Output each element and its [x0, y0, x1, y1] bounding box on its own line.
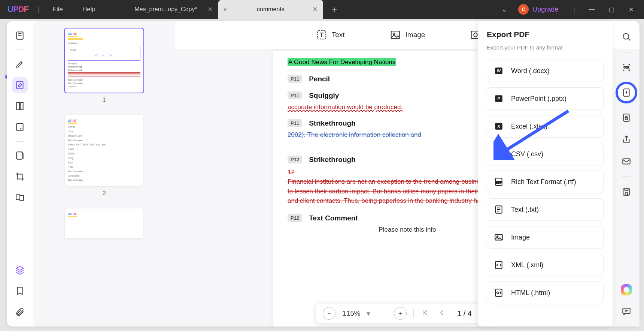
rtf-icon: RTF: [494, 177, 504, 187]
export-powerpoint[interactable]: PPowerPoint (.pptx): [487, 87, 604, 110]
thumbnail-1[interactable]: UPDF Highlight Pencil ︶ ︵ ︶ Squiggly Str…: [65, 28, 143, 93]
export-text[interactable]: Text (.txt): [487, 198, 604, 221]
export-subtitle: Export your PDF to any format: [487, 44, 604, 51]
minimize-button[interactable]: —: [585, 6, 598, 13]
svg-text:W: W: [497, 69, 501, 73]
signature-button[interactable]: [12, 148, 28, 163]
close-button[interactable]: ✕: [625, 6, 637, 13]
html-icon: [494, 288, 504, 298]
app-logo: UPDF: [3, 4, 33, 14]
separator: |: [34, 6, 42, 13]
svg-rect-3: [20, 102, 23, 110]
search-button[interactable]: [619, 29, 634, 44]
save-button[interactable]: [619, 184, 634, 199]
crop-button[interactable]: [12, 169, 28, 184]
share-button[interactable]: [619, 132, 634, 147]
comment-title: Strikethrough: [309, 156, 356, 164]
layers-button[interactable]: [12, 262, 28, 278]
compare-button[interactable]: [12, 190, 28, 205]
page-chip: P11: [288, 119, 302, 127]
export-image[interactable]: Image: [487, 226, 604, 249]
thumbnail-number: 1: [40, 96, 168, 104]
left-rail: [7, 21, 33, 327]
export-word[interactable]: WWord (.docx): [487, 60, 604, 82]
export-excel[interactable]: XExcel (.xlsx): [487, 115, 604, 138]
csv-icon: [494, 149, 504, 159]
zoom-out-button[interactable]: －: [323, 307, 335, 320]
ai-button[interactable]: [619, 282, 634, 297]
comment-title: Pencil: [309, 75, 330, 83]
edit-mode-button[interactable]: [12, 77, 28, 93]
reader-mode-button[interactable]: [12, 28, 28, 43]
page-tools-button[interactable]: [12, 98, 28, 114]
zoom-in-button[interactable]: ＋: [394, 307, 407, 320]
menu-file[interactable]: File: [44, 6, 72, 13]
tab-document-1[interactable]: Mes_prem...opy_Copy* ✕: [113, 0, 218, 19]
highlight-text[interactable]: A Good News For Developing Nations: [288, 58, 396, 66]
chevron-down-icon[interactable]: ⌄: [498, 5, 510, 13]
tab-label: Mes_prem...opy_Copy*: [134, 6, 197, 13]
bookmark-button[interactable]: [12, 283, 28, 299]
new-tab-button[interactable]: ＋: [323, 3, 346, 15]
thumbnail-number: 2: [40, 190, 168, 197]
email-button[interactable]: [619, 154, 634, 169]
right-rail: OCR: [613, 21, 640, 327]
upgrade-label: Upgrade: [532, 6, 558, 13]
menu-help[interactable]: Help: [73, 6, 104, 13]
page-control-bar: － 115%▾ ＋ 1 / 4: [316, 304, 499, 323]
thumbnail-3[interactable]: UPDF: [65, 208, 143, 238]
highlighter-button[interactable]: [12, 56, 28, 72]
svg-rect-32: [625, 118, 628, 120]
svg-rect-9: [391, 31, 400, 39]
svg-rect-5: [16, 152, 22, 159]
export-xml[interactable]: XML (.xml): [487, 254, 604, 276]
form-tools-button[interactable]: [12, 119, 28, 135]
chevron-down-icon[interactable]: ▾: [367, 309, 370, 318]
xml-icon: [494, 260, 504, 270]
upgrade-button[interactable]: C Upgrade: [517, 3, 564, 16]
comments-pane-button[interactable]: [619, 304, 634, 319]
svg-text:X: X: [497, 124, 500, 129]
maximize-button[interactable]: ▢: [605, 6, 618, 13]
separator: [413, 309, 414, 318]
comment-title: Strikethrough: [309, 119, 356, 127]
tab-document-2[interactable]: ▾ comments ✕: [218, 0, 323, 19]
svg-rect-4: [16, 123, 23, 131]
excel-icon: X: [494, 121, 504, 131]
export-csv[interactable]: CSV (.csv): [487, 143, 604, 165]
image-icon: [494, 232, 504, 242]
export-html[interactable]: HTML (.html): [487, 282, 604, 304]
tab-label: comments: [257, 6, 285, 13]
avatar: C: [518, 4, 529, 15]
prev-page-button[interactable]: [437, 309, 447, 318]
titlebar: UPDF | File Help Mes_prem...opy_Copy* ✕ …: [0, 0, 644, 19]
comment-title: Squiggly: [309, 91, 339, 100]
thumbnail-panel: UPDF Highlight Pencil ︶ ︵ ︶ Squiggly Str…: [33, 21, 175, 327]
image-icon: [390, 29, 401, 40]
word-icon: W: [494, 66, 504, 76]
ocr-button[interactable]: OCR: [619, 60, 634, 75]
logo-mini: UPDF: [68, 32, 77, 37]
text-icon: [316, 29, 327, 40]
zoom-value[interactable]: 115%: [342, 309, 361, 318]
chevron-down-icon[interactable]: ▾: [224, 6, 227, 13]
protect-button[interactable]: [619, 110, 634, 125]
thumbnail-2[interactable]: UPDF Check Visa Master Card Text Comment…: [65, 115, 143, 186]
first-page-button[interactable]: [420, 309, 430, 318]
svg-rect-1: [16, 81, 23, 89]
close-icon[interactable]: ✕: [207, 5, 213, 13]
separator: [622, 52, 631, 52]
comment-title: Text Comment: [309, 214, 358, 222]
page-indicator[interactable]: 1 / 4: [453, 309, 476, 318]
logo-mini: UPDF: [68, 212, 77, 217]
svg-rect-0: [16, 32, 23, 39]
export-title: Export PDF: [487, 30, 604, 39]
attachment-button[interactable]: [12, 304, 28, 320]
ai-icon: [621, 284, 632, 295]
close-icon[interactable]: ✕: [312, 5, 318, 13]
image-tool[interactable]: Image: [390, 29, 425, 40]
export-button[interactable]: [616, 82, 637, 103]
export-rtf[interactable]: RTFRich Text Format (.rtf): [487, 171, 604, 193]
svg-rect-33: [623, 159, 630, 164]
text-tool[interactable]: Text: [316, 29, 345, 40]
